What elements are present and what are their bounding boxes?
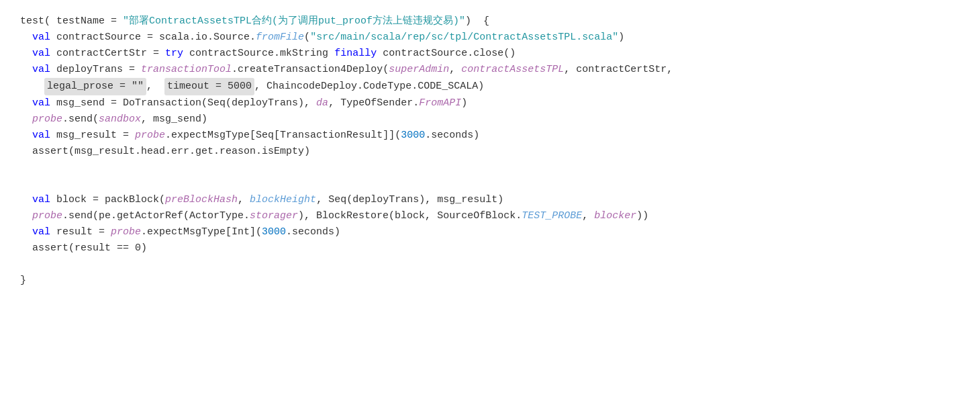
- code-token: }: [20, 273, 26, 289]
- code-token: ): [618, 30, 624, 46]
- code-token: ): [461, 95, 467, 111]
- code-token: superAdmin: [389, 62, 449, 78]
- code-line: val contractCertStr = try contractSource…: [20, 46, 960, 62]
- code-token: probe: [32, 208, 62, 224]
- code-token: .send(: [62, 111, 99, 128]
- code-token: ,: [449, 62, 461, 78]
- code-token: result =: [50, 224, 111, 240]
- code-line: probe.send(sandbox, msg_send): [20, 111, 960, 128]
- code-token: msg_result =: [50, 128, 135, 144]
- code-token: .send(pe.getActorRef(ActorType.: [62, 208, 250, 224]
- code-token: , msg_send): [141, 111, 207, 128]
- code-token: FromAPI: [419, 95, 461, 111]
- code-line: val contractSource = scala.io.Source.fro…: [20, 30, 960, 46]
- code-line: val msg_send = DoTransaction(Seq(deployT…: [20, 95, 960, 111]
- code-token: storager: [250, 208, 298, 224]
- code-token: ) {: [465, 13, 489, 30]
- code-token: transactionTool: [141, 62, 232, 78]
- code-token: .expectMsgType[Seq[TransactionResult]](: [165, 128, 401, 144]
- code-line: }: [20, 273, 960, 289]
- code-token: .expectMsgType[Int](: [141, 224, 262, 240]
- code-block: test( testName = "部署ContractAssetsTPL合约(…: [0, 0, 980, 415]
- code-line: assert(msg_result.head.err.get.reason.is…: [20, 144, 960, 160]
- code-token: contractSource.mkString: [183, 46, 334, 62]
- code-line: [20, 176, 960, 192]
- code-token: ,: [238, 192, 250, 208]
- code-token: fromFile: [256, 30, 304, 46]
- code-token: TEST_PROBE: [522, 208, 582, 224]
- code-token: contractCertStr =: [50, 46, 165, 62]
- code-line: [20, 257, 960, 273]
- code-token: finally: [334, 46, 377, 62]
- code-token: contractAssetsTPL: [461, 62, 564, 78]
- code-token: block = packBlock(: [50, 192, 165, 208]
- code-token: val: [32, 30, 50, 46]
- code-token: val: [32, 95, 50, 111]
- code-token: ), BlockRestore(block, SourceOfBlock.: [298, 208, 522, 224]
- code-token: .seconds): [425, 128, 479, 144]
- code-token: assert(msg_result.head.err.get.reason.is…: [32, 144, 310, 160]
- code-token: 3000: [262, 224, 286, 240]
- code-token: test: [20, 13, 44, 30]
- code-token: val: [32, 46, 50, 62]
- code-line: val deployTrans = transactionTool.create…: [20, 62, 960, 78]
- code-token: val: [32, 192, 50, 208]
- code-token: .seconds): [286, 224, 340, 240]
- code-token: val: [32, 62, 50, 78]
- code-token: probe: [111, 224, 141, 240]
- code-line: assert(result == 0): [20, 240, 960, 257]
- code-token: ,: [146, 79, 164, 95]
- highlighted-token: legal_prose = "": [44, 78, 146, 95]
- code-token: 3000: [401, 128, 425, 144]
- code-token: , contractCertStr,: [564, 62, 673, 78]
- code-token: val: [32, 128, 50, 144]
- code-token: probe: [32, 111, 62, 128]
- code-token: "src/main/scala/rep/sc/tpl/ContractAsset…: [310, 30, 618, 46]
- code-token: blockHeight: [250, 192, 316, 208]
- code-line: val result = probe.expectMsgType[Int](30…: [20, 224, 960, 240]
- code-token: , ChaincodeDeploy.CodeType.CODE_SCALA): [254, 79, 484, 95]
- code-line: test( testName = "部署ContractAssetsTPL合约(…: [20, 13, 960, 30]
- code-token: val: [32, 224, 50, 240]
- code-token: , Seq(deployTrans), msg_result): [316, 192, 503, 208]
- highlighted-token: timeout = 5000: [164, 78, 254, 95]
- code-token: msg_send = DoTransaction(Seq(deployTrans…: [50, 95, 316, 111]
- code-token: contractSource = scala.io.Source.: [50, 30, 256, 46]
- code-token: ,: [582, 208, 594, 224]
- code-token: , TypeOfSender.: [328, 95, 419, 111]
- code-token: probe: [135, 128, 165, 144]
- code-line: val msg_result = probe.expectMsgType[Seq…: [20, 128, 960, 144]
- code-token: (: [304, 30, 310, 46]
- code-line: legal_prose = "", timeout = 5000, Chainc…: [20, 78, 960, 95]
- code-token: sandbox: [99, 111, 141, 128]
- code-line: [20, 160, 960, 176]
- code-token: try: [165, 46, 183, 62]
- code-token: blocker: [594, 208, 636, 224]
- code-token: da: [316, 95, 328, 111]
- code-token: contractSource.close(): [377, 46, 516, 62]
- code-line: probe.send(pe.getActorRef(ActorType.stor…: [20, 208, 960, 224]
- code-token: ( testName =: [44, 13, 123, 30]
- code-token: assert(result == 0): [32, 240, 147, 257]
- code-token: "部署ContractAssetsTPL合约(为了调用put_proof方法上链…: [123, 13, 465, 30]
- code-line: val block = packBlock(preBlockHash, bloc…: [20, 192, 960, 208]
- code-token: preBlockHash: [165, 192, 238, 208]
- code-token: .createTransaction4Deploy(: [232, 62, 389, 78]
- code-token: deployTrans =: [50, 62, 141, 78]
- code-token: )): [636, 208, 648, 224]
